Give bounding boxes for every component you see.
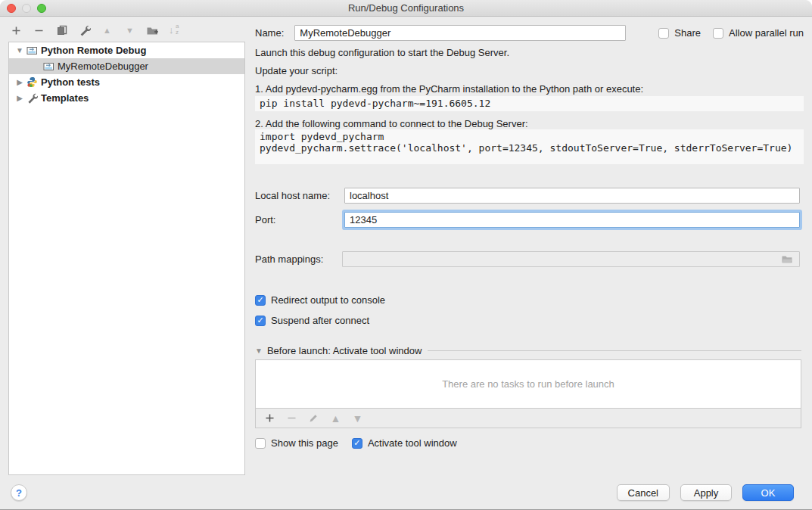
name-label: Name: bbox=[255, 27, 284, 39]
cancel-button[interactable]: Cancel bbox=[617, 484, 670, 501]
wrench-icon bbox=[26, 92, 38, 104]
remove-task-icon[interactable] bbox=[285, 412, 298, 424]
local-host-name-label: Local host name: bbox=[255, 190, 330, 201]
move-task-down-icon[interactable]: ▼ bbox=[351, 412, 364, 424]
port-label: Port: bbox=[255, 214, 275, 225]
activate-tool-window-checkbox[interactable] bbox=[352, 438, 362, 449]
share-checkbox[interactable] bbox=[658, 28, 669, 39]
settrace-code-line2: pydevd_pycharm.settrace('localhost', por… bbox=[260, 142, 792, 154]
edit-defaults-wrench-icon[interactable] bbox=[78, 24, 91, 37]
before-launch-label: Before launch: Activate tool window bbox=[267, 345, 422, 356]
tree-item-label: Python tests bbox=[41, 76, 100, 88]
tasks-toolbar: ▲ ▼ bbox=[256, 409, 801, 428]
tree-item-python-remote-debug[interactable]: ▼ Python Remote Debug bbox=[9, 42, 244, 58]
step1-text: 1. Add pydevd-pycharm.egg from the PyCha… bbox=[255, 83, 643, 95]
configuration-form: Name: Share Allow parallel run Launch th… bbox=[255, 17, 804, 508]
remote-debug-icon bbox=[42, 61, 54, 73]
python-tests-icon bbox=[26, 76, 38, 89]
settrace-code-line1: import pydevd_pycharm bbox=[260, 131, 384, 142]
add-icon[interactable] bbox=[10, 24, 23, 37]
before-launch-tasks-panel: There are no tasks to run before launch … bbox=[255, 359, 801, 428]
remote-debug-icon bbox=[26, 45, 38, 57]
edit-pencil-icon[interactable] bbox=[307, 412, 320, 424]
run-debug-configurations-dialog: Run/Debug Configurations ▲ ▼ ↓az bbox=[0, 0, 812, 510]
show-this-page-label: Show this page bbox=[271, 437, 338, 449]
chevron-right-icon[interactable]: ▶ bbox=[14, 78, 26, 86]
step2-text: 2. Add the following command to connect … bbox=[255, 118, 528, 129]
local-host-name-input[interactable] bbox=[344, 188, 800, 204]
before-launch-header[interactable]: ▼ Before launch: Activate tool window bbox=[255, 345, 801, 356]
no-tasks-message: There are no tasks to run before launch bbox=[256, 360, 801, 409]
path-mappings-label: Path mappings: bbox=[255, 253, 323, 265]
remove-icon[interactable] bbox=[33, 24, 45, 37]
chevron-down-icon[interactable]: ▼ bbox=[14, 46, 26, 54]
collapse-triangle-icon[interactable]: ▼ bbox=[255, 347, 263, 355]
tree-item-myremotedebugger[interactable]: MyRemoteDebugger bbox=[9, 58, 244, 74]
suspend-after-connect-label: Suspend after connect bbox=[271, 315, 369, 326]
section-divider bbox=[428, 350, 801, 351]
dialog-buttons: Cancel Apply OK bbox=[617, 484, 794, 501]
settrace-code-block: import pydevd_pycharmpydevd_pycharm.sett… bbox=[255, 129, 804, 164]
sort-alphabetically-icon[interactable]: ↓az bbox=[169, 24, 182, 36]
tree-item-label: MyRemoteDebugger bbox=[58, 61, 148, 72]
chevron-right-icon[interactable]: ▶ bbox=[14, 94, 26, 102]
tree-item-label: Python Remote Debug bbox=[41, 45, 146, 56]
configurations-tree: ▼ Python Remote Debug MyRemoteDebugger ▶ bbox=[8, 42, 245, 475]
move-task-up-icon[interactable]: ▲ bbox=[329, 412, 342, 424]
apply-button[interactable]: Apply bbox=[680, 484, 732, 501]
tree-item-label: Templates bbox=[41, 92, 89, 104]
new-folder-icon[interactable] bbox=[146, 24, 159, 37]
folder-icon[interactable] bbox=[781, 254, 793, 264]
suspend-after-connect-checkbox[interactable] bbox=[255, 316, 266, 326]
path-mappings-input[interactable] bbox=[342, 251, 800, 267]
name-input[interactable] bbox=[294, 25, 626, 41]
add-task-icon[interactable] bbox=[263, 412, 276, 424]
configurations-toolbar: ▲ ▼ ↓az bbox=[10, 22, 182, 39]
move-down-icon[interactable]: ▼ bbox=[123, 24, 136, 37]
tree-item-python-tests[interactable]: ▶ Python tests bbox=[9, 74, 244, 90]
show-this-page-checkbox[interactable] bbox=[255, 438, 266, 449]
help-button[interactable]: ? bbox=[11, 484, 27, 501]
activate-tool-window-label: Activate tool window bbox=[368, 437, 457, 449]
port-input[interactable] bbox=[344, 212, 800, 228]
intro-text-2: Update your script: bbox=[255, 65, 338, 76]
redirect-output-label: Redirect output to console bbox=[271, 294, 385, 306]
copy-icon[interactable] bbox=[55, 24, 68, 37]
allow-parallel-run-label: Allow parallel run bbox=[729, 27, 804, 39]
ok-button[interactable]: OK bbox=[742, 484, 794, 501]
move-up-icon[interactable]: ▲ bbox=[101, 24, 114, 37]
titlebar: Run/Debug Configurations bbox=[0, 0, 812, 17]
pip-install-code: pip install pydevd-pycharm~=191.6605.12 bbox=[255, 96, 804, 111]
intro-text-1: Launch this debug configuration to start… bbox=[255, 47, 509, 58]
allow-parallel-run-checkbox[interactable] bbox=[713, 28, 723, 39]
share-label: Share bbox=[674, 27, 701, 39]
window-title: Run/Debug Configurations bbox=[0, 2, 812, 14]
tree-item-templates[interactable]: ▶ Templates bbox=[9, 90, 244, 106]
redirect-output-checkbox[interactable] bbox=[255, 295, 266, 306]
